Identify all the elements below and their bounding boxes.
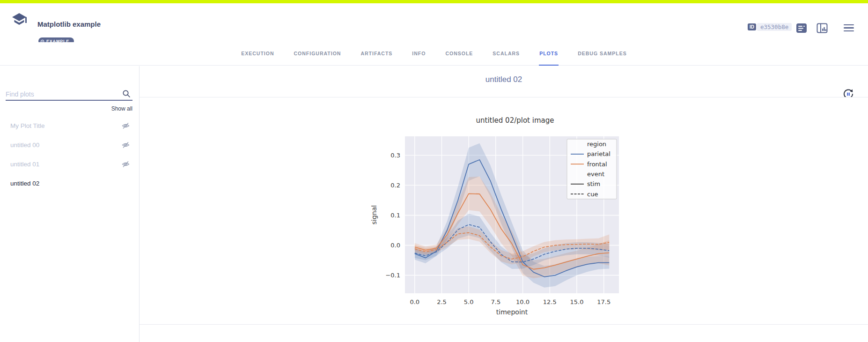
experiment-id-chip[interactable]: ID e3530b8e <box>748 23 792 31</box>
plot-image-chart[interactable]: untitled 02/plot image0.30.20.10.0−0.10.… <box>360 112 641 323</box>
id-value[interactable]: e3530b8e <box>757 23 792 31</box>
id-tag: ID <box>748 23 756 30</box>
svg-text:2.5: 2.5 <box>437 298 447 305</box>
plot-list-item-untitled-00[interactable]: untitled 00 <box>0 135 139 155</box>
plot-list-item-untitled-01[interactable]: untitled 01 <box>0 155 139 174</box>
legend-label-region: region <box>587 141 606 148</box>
show-all-link[interactable]: Show all <box>111 105 132 112</box>
tab-bar: EXECUTIONCONFIGURATIONARTIFACTSINFOCONSO… <box>0 42 868 66</box>
eye-off-icon[interactable] <box>122 160 130 170</box>
svg-text:7.5: 7.5 <box>491 298 501 305</box>
legend-label-stim: stim <box>587 180 600 187</box>
eye-off-icon[interactable] <box>122 141 130 151</box>
plot-item-label: untitled 00 <box>10 141 39 149</box>
svg-text:0.3: 0.3 <box>390 152 400 159</box>
plot-list-item-my-plot-title[interactable]: My Plot Title <box>0 116 139 135</box>
clearml-app: PUBLISHED Matplotlib example EXAMPLE ID … <box>0 0 868 342</box>
y-axis-label: signal <box>370 205 378 224</box>
svg-text:−0.1: −0.1 <box>385 272 400 279</box>
svg-text:12.5: 12.5 <box>543 298 557 305</box>
tab-console[interactable]: CONSOLE <box>445 42 473 66</box>
split-view-chart-icon[interactable] <box>817 23 829 33</box>
svg-text:0.0: 0.0 <box>390 242 400 249</box>
legend-label-frontal: frontal <box>587 161 607 168</box>
svg-text:0.2: 0.2 <box>390 182 400 189</box>
section-title: untitled 02 <box>140 75 868 84</box>
plot-list: My Plot Titleuntitled 00untitled 01untit… <box>0 116 139 193</box>
tab-debug-samples[interactable]: DEBUG SAMPLES <box>577 42 627 66</box>
legend-label-parietal: parietal <box>587 150 611 157</box>
details-panel-icon[interactable] <box>796 23 808 33</box>
experiment-title: Matplotlib example <box>37 20 101 28</box>
menu-icon[interactable] <box>844 24 854 31</box>
svg-text:10.0: 10.0 <box>516 298 530 305</box>
svg-text:15.0: 15.0 <box>570 298 584 305</box>
tab-configuration[interactable]: CONFIGURATION <box>294 42 342 66</box>
chart-legend[interactable]: regionparietalfrontaleventstimcue <box>567 139 617 199</box>
tab-scalars[interactable]: SCALARS <box>492 42 520 66</box>
x-axis-label: timepoint <box>496 308 528 316</box>
plots-sidebar: Show all My Plot Titleuntitled 00untitle… <box>0 66 140 342</box>
header: Matplotlib example EXAMPLE ID e3530b8e <box>0 3 868 42</box>
legend-label-event: event <box>587 171 604 178</box>
plot-list-item-untitled-02[interactable]: untitled 02 <box>0 174 139 193</box>
tab-execution[interactable]: EXECUTION <box>241 42 274 66</box>
legend-label-cue: cue <box>587 191 598 198</box>
svg-text:5.0: 5.0 <box>464 298 474 305</box>
tab-info[interactable]: INFO <box>412 42 426 66</box>
tab-artifacts[interactable]: ARTIFACTS <box>360 42 393 66</box>
tabs: EXECUTIONCONFIGURATIONARTIFACTSINFOCONSO… <box>0 42 868 66</box>
plot-item-label: My Plot Title <box>10 122 45 129</box>
search-row <box>6 88 132 101</box>
svg-text:0.1: 0.1 <box>390 212 400 219</box>
eye-off-icon[interactable] <box>122 122 130 132</box>
tab-plots[interactable]: PLOTS <box>539 42 559 66</box>
plot-item-label: untitled 02 <box>10 180 39 187</box>
svg-text:17.5: 17.5 <box>597 298 611 305</box>
project-logo-icon <box>11 13 28 30</box>
find-plots-input[interactable] <box>6 89 118 100</box>
search-icon[interactable] <box>122 89 131 100</box>
status-bar <box>0 0 868 3</box>
plot-item-label: untitled 01 <box>10 161 39 168</box>
chart-title: untitled 02/plot image <box>476 116 554 125</box>
svg-text:0.0: 0.0 <box>410 298 419 305</box>
